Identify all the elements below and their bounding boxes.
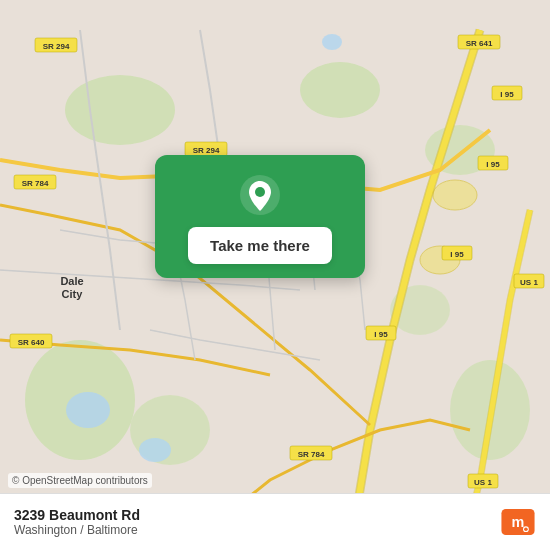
svg-point-40 bbox=[255, 187, 265, 197]
svg-point-10 bbox=[322, 34, 342, 50]
svg-text:US 1: US 1 bbox=[520, 278, 538, 287]
city-line: Washington / Baltimore bbox=[14, 523, 140, 537]
svg-text:m: m bbox=[512, 514, 525, 530]
svg-point-1 bbox=[65, 75, 175, 145]
svg-text:US 1: US 1 bbox=[474, 478, 492, 487]
address-block: 3239 Beaumont Rd Washington / Baltimore bbox=[14, 507, 140, 537]
svg-text:SR 784: SR 784 bbox=[298, 450, 325, 459]
svg-point-44 bbox=[524, 527, 528, 531]
svg-text:SR 640: SR 640 bbox=[18, 338, 45, 347]
location-card: Take me there bbox=[155, 155, 365, 278]
svg-point-8 bbox=[66, 392, 110, 428]
svg-text:I 95: I 95 bbox=[374, 330, 388, 339]
map-container: SR 294 SR 641 SR 294 SR 784 I 95 I 95 I … bbox=[0, 0, 550, 550]
svg-text:SR 294: SR 294 bbox=[193, 146, 220, 155]
svg-point-2 bbox=[300, 62, 380, 118]
svg-text:I 95: I 95 bbox=[450, 250, 464, 259]
moovit-logo: m bbox=[500, 504, 536, 540]
map-attribution: © OpenStreetMap contributors bbox=[8, 473, 152, 488]
bottom-bar: 3239 Beaumont Rd Washington / Baltimore … bbox=[0, 493, 550, 550]
location-pin-icon bbox=[238, 173, 282, 217]
svg-text:SR 641: SR 641 bbox=[466, 39, 493, 48]
svg-text:Dale: Dale bbox=[60, 275, 83, 287]
moovit-icon: m bbox=[500, 504, 536, 540]
svg-text:I 95: I 95 bbox=[486, 160, 500, 169]
svg-point-11 bbox=[433, 180, 477, 210]
svg-point-9 bbox=[139, 438, 171, 462]
svg-text:City: City bbox=[62, 288, 84, 300]
svg-text:SR 784: SR 784 bbox=[22, 179, 49, 188]
address-line: 3239 Beaumont Rd bbox=[14, 507, 140, 523]
svg-text:SR 294: SR 294 bbox=[43, 42, 70, 51]
svg-text:I 95: I 95 bbox=[500, 90, 514, 99]
take-me-there-button[interactable]: Take me there bbox=[188, 227, 332, 264]
